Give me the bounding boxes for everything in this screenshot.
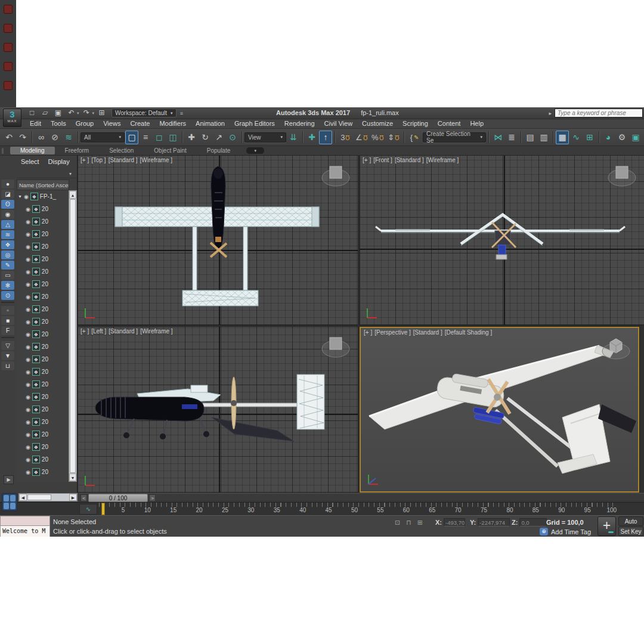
selection-filter-dropdown[interactable]: All ▾ xyxy=(80,132,125,143)
explorer-row[interactable]: 20 xyxy=(17,378,69,391)
listener-macro-row[interactable] xyxy=(0,516,50,526)
menu-item[interactable]: Content xyxy=(433,119,466,128)
listener-output[interactable]: Welcome to M xyxy=(0,526,50,537)
expand-caret-icon[interactable]: ▼ xyxy=(18,194,22,199)
visibility-eye-icon[interactable] xyxy=(26,394,30,400)
next-frame-button[interactable]: > xyxy=(149,494,156,501)
viewport-front[interactable]: [+ ][Front ][Standard ][Wireframe ] xyxy=(360,156,644,325)
explorer-row[interactable]: 20 xyxy=(17,240,69,253)
explorer-row[interactable]: 20 xyxy=(17,340,69,353)
explorer-row[interactable]: 20 xyxy=(17,353,69,366)
select-and-rotate-button[interactable]: ↻ xyxy=(199,131,212,144)
scroll-right-icon[interactable]: ▶ xyxy=(69,494,77,501)
add-time-tag[interactable]: ⊕ Add Time Tag xyxy=(540,528,591,535)
scrollbar-thumb[interactable] xyxy=(70,199,76,473)
explorer-row[interactable]: 20 xyxy=(17,303,69,315)
display-filter-button[interactable]: ● xyxy=(1,179,14,188)
viewport-label-segment[interactable]: [Perspective ] xyxy=(374,329,411,336)
viewcube[interactable] xyxy=(606,159,638,191)
visibility-eye-icon[interactable] xyxy=(26,293,30,300)
redo-flyout-icon[interactable]: ▾ xyxy=(92,111,95,116)
menu-item[interactable]: Create xyxy=(125,119,154,128)
maxscript-mini-listener[interactable]: Welcome to M xyxy=(0,516,50,537)
explorer-row[interactable]: 20 xyxy=(17,366,69,378)
select-and-move-button[interactable]: ✚ xyxy=(185,131,198,144)
select-object-button[interactable]: ▢ xyxy=(125,131,138,144)
select-by-name-button[interactable]: ≡ xyxy=(139,131,152,144)
visibility-eye-icon[interactable] xyxy=(26,369,30,375)
explorer-row[interactable]: 20 xyxy=(17,466,69,478)
viewport-label-segment[interactable]: [Wireframe ] xyxy=(140,328,172,335)
taskbar-icon[interactable] xyxy=(4,81,13,90)
explorer-row[interactable]: 20 xyxy=(17,278,69,290)
menu-item[interactable]: Edit xyxy=(25,119,46,128)
menu-item[interactable]: Modifiers xyxy=(154,119,191,128)
visibility-eye-icon[interactable] xyxy=(26,343,30,350)
display-filter-button[interactable] xyxy=(1,337,14,338)
visibility-eye-icon[interactable] xyxy=(26,444,30,450)
explorer-horizontal-scrollbar[interactable]: ◀ ▶ xyxy=(18,493,78,501)
viewport-label-segment[interactable]: [+ ] xyxy=(80,157,89,163)
set-keys-button[interactable]: + xyxy=(597,516,616,536)
y-coordinate-field[interactable]: -2247,974 xyxy=(478,518,510,527)
viewcube[interactable] xyxy=(600,332,632,364)
visibility-eye-icon[interactable] xyxy=(26,318,30,325)
display-filter-button[interactable]: ʘ xyxy=(1,200,14,209)
menu-item[interactable]: Civil View xyxy=(320,119,357,128)
frame-ruler[interactable]: 5101520253035404550556065707580859095100 xyxy=(99,503,617,516)
viewport-label-segment[interactable]: [Wireframe ] xyxy=(140,157,172,163)
display-filter-button[interactable]: ■ xyxy=(1,316,14,325)
visibility-eye-icon[interactable] xyxy=(26,256,30,262)
viewport-perspective[interactable]: [+ ][Perspective ][Standard ][Default Sh… xyxy=(360,327,639,493)
viewport-label-segment[interactable]: [Top ] xyxy=(91,157,106,163)
open-file-icon[interactable]: ▱ xyxy=(39,108,51,118)
viewport-label-segment[interactable]: [Default Shading ] xyxy=(445,329,493,336)
viewcube[interactable] xyxy=(320,159,352,191)
display-filter-button[interactable]: ▭ xyxy=(1,271,14,280)
visibility-eye-icon[interactable] xyxy=(26,419,30,425)
viewport-label-segment[interactable]: [Standard ] xyxy=(413,329,442,336)
select-and-scale-button[interactable]: ↗ xyxy=(212,131,225,144)
menu-item[interactable]: Customize xyxy=(357,119,398,128)
taskbar-icon[interactable] xyxy=(4,24,13,33)
taskbar-icon[interactable] xyxy=(4,5,13,14)
explorer-row[interactable]: 20 xyxy=(17,265,69,278)
viewport-label-segment[interactable]: [Front ] xyxy=(373,157,392,163)
visibility-eye-icon[interactable] xyxy=(26,231,30,237)
explorer-row[interactable]: 20 xyxy=(17,391,69,403)
explorer-row[interactable]: 20 xyxy=(17,328,69,340)
transform-typein-icon[interactable]: ⊞ xyxy=(417,519,423,527)
visibility-eye-icon[interactable] xyxy=(26,431,30,438)
reference-coordinate-dropdown[interactable]: View ▾ xyxy=(244,132,286,143)
selection-region-button[interactable]: ◻ xyxy=(153,131,166,144)
ribbon-tab[interactable]: Object Paint xyxy=(144,147,196,154)
menu-item[interactable]: Animation xyxy=(191,119,230,128)
save-file-icon[interactable]: ▣ xyxy=(52,108,64,118)
material-editor-button[interactable]: ◕ xyxy=(602,131,615,144)
visibility-eye-icon[interactable] xyxy=(26,469,30,475)
visibility-eye-icon[interactable] xyxy=(24,193,29,200)
explorer-row[interactable]: 20 xyxy=(17,228,69,240)
mini-curve-editor-button[interactable]: ∿ xyxy=(79,504,97,515)
visibility-eye-icon[interactable] xyxy=(26,306,30,312)
visibility-eye-icon[interactable] xyxy=(26,281,30,287)
set-key-button[interactable]: Set Key xyxy=(618,527,643,536)
viewport-top[interactable]: [+ ][Top ][Standard ][Wireframe ] xyxy=(78,156,358,325)
viewport-label-segment[interactable]: [Standard ] xyxy=(109,328,138,335)
scroll-left-icon[interactable]: ◀ xyxy=(19,494,27,501)
select-and-link-button[interactable]: ∞ xyxy=(35,131,48,144)
visibility-eye-icon[interactable] xyxy=(26,243,30,250)
display-filter-button[interactable]: ⊙ xyxy=(1,291,14,300)
display-filter-button[interactable]: ◉ xyxy=(1,210,14,219)
explorer-menu-item[interactable]: Display xyxy=(48,158,70,165)
use-pivot-center-button[interactable]: ⇊ xyxy=(287,131,300,144)
search-input[interactable] xyxy=(555,109,643,117)
viewport-label-segment[interactable]: [Wireframe ] xyxy=(426,157,459,163)
toggle-ribbon-button[interactable]: ▦ xyxy=(556,131,569,144)
application-menu-button[interactable]: 3 MAX xyxy=(3,109,21,127)
name-column-header[interactable]: Name (Sorted Ascend xyxy=(17,179,69,190)
angle-snap-button[interactable]: ∠Ω xyxy=(354,131,369,144)
viewport-label-segment[interactable]: [+ ] xyxy=(80,328,89,335)
explorer-toolbar[interactable]: ▾ xyxy=(17,169,76,178)
visibility-eye-icon[interactable] xyxy=(26,331,30,338)
